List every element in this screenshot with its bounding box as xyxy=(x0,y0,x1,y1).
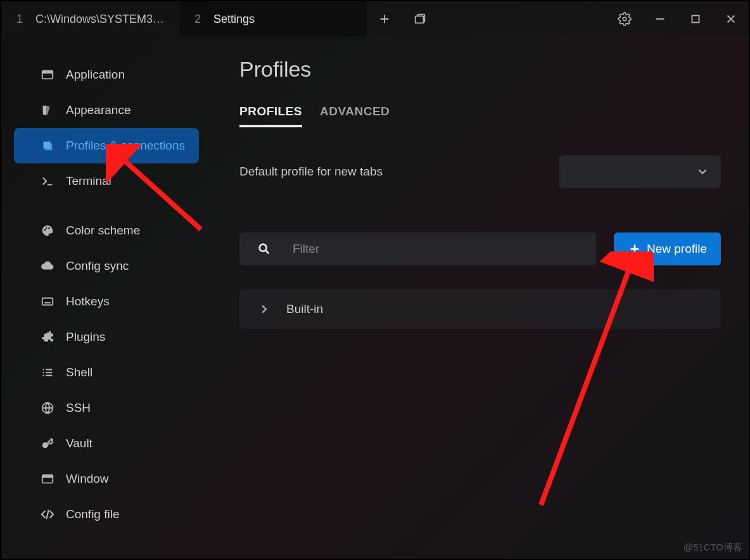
sidebar-item-label: Hotkeys xyxy=(66,295,110,309)
swatch-icon xyxy=(41,103,54,117)
sidebar-item-label: Shell xyxy=(66,366,92,379)
svg-rect-4 xyxy=(42,71,53,74)
filter-input[interactable] xyxy=(293,242,578,256)
sidebar-item-profiles-connections[interactable]: Profiles & connections xyxy=(14,128,199,163)
plus-icon xyxy=(378,12,391,26)
profile-group-label: Built-in xyxy=(286,302,323,316)
sidebar-item-plugins[interactable]: Plugins xyxy=(14,319,199,355)
sidebar-item-label: SSH xyxy=(66,401,91,415)
minimize-button[interactable] xyxy=(642,1,678,37)
sidebar-item-label: Vault xyxy=(66,436,92,450)
default-profile-select[interactable] xyxy=(559,155,721,188)
window-icon xyxy=(41,68,54,82)
sidebar-item-label: Profiles & connections xyxy=(66,139,185,153)
tab-settings[interactable]: 2 Settings xyxy=(179,1,367,37)
subtab-advanced[interactable]: ADVANCED xyxy=(320,105,390,127)
svg-point-8 xyxy=(46,227,48,229)
new-profile-label: New profile xyxy=(647,242,707,256)
tab-terminal-1[interactable]: 1 C:\Windows\SYSTEM3… xyxy=(1,1,179,37)
cloud-icon xyxy=(41,259,54,273)
page-title: Profiles xyxy=(239,57,721,82)
sidebar-item-label: Terminal xyxy=(66,174,111,188)
windows-icon xyxy=(413,12,427,26)
sidebar-item-config-file[interactable]: Config file xyxy=(14,497,199,532)
profile-group-builtin[interactable]: Built-in xyxy=(239,290,721,329)
default-profile-label: Default profile for new tabs xyxy=(239,165,559,179)
close-icon xyxy=(724,12,738,26)
sidebar-item-label: Appearance xyxy=(66,103,130,117)
globe-icon xyxy=(41,401,54,415)
settings-gear-button[interactable] xyxy=(607,1,642,37)
sidebar-item-hotkeys[interactable]: Hotkeys xyxy=(14,284,199,319)
sidebar-item-label: Config file xyxy=(66,507,120,521)
settings-main: Profiles PROFILES ADVANCED Default profi… xyxy=(212,37,749,559)
sidebar-item-label: Application xyxy=(66,68,125,82)
svg-rect-6 xyxy=(45,143,52,150)
window-controls xyxy=(607,1,749,37)
gear-icon xyxy=(618,12,632,26)
svg-rect-2 xyxy=(692,16,699,23)
close-button[interactable] xyxy=(713,1,749,37)
titlebar: 1 C:\Windows\SYSTEM3… 2 Settings xyxy=(1,1,749,37)
profiles-subtabs: PROFILES ADVANCED xyxy=(239,105,721,127)
svg-rect-10 xyxy=(42,298,53,305)
svg-point-7 xyxy=(44,229,46,231)
plus-icon xyxy=(628,242,642,256)
tab-label: Settings xyxy=(213,13,255,26)
sidebar-item-window[interactable]: Window xyxy=(14,461,199,497)
filter-box[interactable] xyxy=(239,232,596,265)
sidebar-item-config-sync[interactable]: Config sync xyxy=(14,248,199,284)
chevron-down-icon xyxy=(696,165,709,179)
stack-icon xyxy=(41,139,54,153)
sidebar-item-appearance[interactable]: Appearance xyxy=(14,92,199,128)
sidebar-item-color-scheme[interactable]: Color scheme xyxy=(14,213,199,248)
svg-rect-0 xyxy=(416,16,424,23)
keyboard-icon xyxy=(41,295,54,309)
profiles-filter-row: New profile xyxy=(239,232,721,265)
sidebar-item-label: Window xyxy=(66,472,109,486)
new-profile-button[interactable]: New profile xyxy=(614,232,721,265)
tab-index: 1 xyxy=(16,13,23,26)
chevron-right-icon xyxy=(257,302,271,316)
search-icon xyxy=(257,242,271,256)
tab-label: C:\Windows\SYSTEM3… xyxy=(35,13,164,26)
app-frame: 1 C:\Windows\SYSTEM3… 2 Settings xyxy=(1,1,749,559)
subtab-profiles[interactable]: PROFILES xyxy=(239,105,302,127)
svg-rect-14 xyxy=(42,475,53,478)
svg-point-15 xyxy=(260,245,267,251)
minimize-icon xyxy=(653,12,667,26)
maximize-icon xyxy=(689,12,702,26)
code-icon xyxy=(41,507,54,521)
list-icon xyxy=(41,366,54,379)
new-tab-button[interactable] xyxy=(367,1,402,37)
tab-index: 2 xyxy=(194,13,201,26)
sidebar-item-label: Color scheme xyxy=(66,224,140,238)
settings-sidebar: Application Appearance Profiles & connec… xyxy=(1,37,212,559)
svg-point-1 xyxy=(623,17,626,21)
watermark: @51CTO博客 xyxy=(683,542,742,554)
maximize-button[interactable] xyxy=(678,1,713,37)
sidebar-item-label: Plugins xyxy=(66,330,105,344)
svg-point-9 xyxy=(48,227,50,229)
sidebar-item-label: Config sync xyxy=(66,259,129,273)
terminal-icon xyxy=(41,174,54,188)
window-icon xyxy=(41,472,54,486)
sidebar-item-shell[interactable]: Shell xyxy=(14,355,199,390)
sidebar-item-application[interactable]: Application xyxy=(14,57,199,92)
palette-icon xyxy=(41,224,54,238)
sidebar-item-vault[interactable]: Vault xyxy=(14,426,199,461)
puzzle-icon xyxy=(41,330,54,344)
default-profile-row: Default profile for new tabs xyxy=(239,155,721,188)
sidebar-item-ssh[interactable]: SSH xyxy=(14,390,199,426)
key-icon xyxy=(41,436,54,450)
sidebar-item-terminal[interactable]: Terminal xyxy=(14,163,199,199)
restore-button[interactable] xyxy=(402,1,438,37)
